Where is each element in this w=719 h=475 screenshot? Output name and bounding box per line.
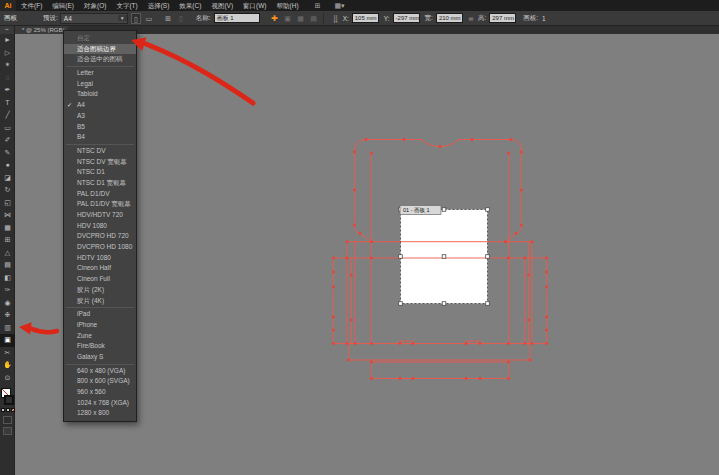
preset-option-fit-artwork-bounds[interactable]: 适合图稿边界 xyxy=(64,44,136,55)
menu-item-view[interactable]: 视图(V) xyxy=(206,0,238,11)
menu-item-file[interactable]: 文件(F) xyxy=(16,0,47,11)
selection-tool[interactable]: ► xyxy=(0,34,15,47)
preset-option-a4[interactable]: ✓A4 xyxy=(64,100,136,111)
preset-option[interactable]: NTSC D1 宽银幕 xyxy=(64,178,136,189)
height-label: 高: xyxy=(478,14,486,23)
preset-option[interactable]: NTSC D1 xyxy=(64,167,136,178)
preset-option[interactable]: iPhone xyxy=(64,320,136,331)
direct-selection-tool[interactable]: ▷ xyxy=(0,47,15,60)
chevron-down-icon[interactable]: ▼ xyxy=(118,15,127,21)
arrange-documents-icon[interactable]: ⊞ xyxy=(312,0,324,11)
symbol-sprayer-tool[interactable]: ❉ xyxy=(0,309,15,322)
artboard-option-icon-3[interactable]: ▤ xyxy=(309,13,319,24)
blend-tool[interactable]: ◉ xyxy=(0,297,15,310)
preset-option[interactable]: Cineon Half xyxy=(64,263,136,274)
preset-option[interactable]: DVCPRO HD 720 xyxy=(64,231,136,242)
rectangle-tool[interactable]: ▭ xyxy=(0,122,15,135)
paintbrush-tool[interactable]: ✐ xyxy=(0,134,15,147)
scale-tool[interactable]: ◱ xyxy=(0,197,15,210)
screen-mode-button[interactable] xyxy=(3,427,12,435)
pencil-tool[interactable]: ✎ xyxy=(0,147,15,160)
menu-item-window[interactable]: 窗口(W) xyxy=(238,0,271,11)
menu-item-object[interactable]: 对象(O) xyxy=(79,0,111,11)
preset-option[interactable]: 800 x 600 (SVGA) xyxy=(64,376,136,387)
preset-option[interactable]: 1024 x 768 (XGA) xyxy=(64,398,136,409)
preset-option[interactable]: Zune xyxy=(64,331,136,342)
preset-option[interactable]: B4 xyxy=(64,132,136,143)
menu-item-select[interactable]: 选择(S) xyxy=(143,0,175,11)
toolbar-collapse-handle[interactable]: ▪▪ xyxy=(0,26,14,34)
eraser-tool[interactable]: ◪ xyxy=(0,172,15,185)
preset-option[interactable]: 适合选中的图稿 xyxy=(64,54,136,65)
artboard-option-icon-1[interactable]: ▣ xyxy=(283,13,293,24)
menu-item-help[interactable]: 帮助(H) xyxy=(272,0,304,11)
rotate-tool[interactable]: ↻ xyxy=(0,184,15,197)
preset-option[interactable]: PAL D1/DV xyxy=(64,189,136,200)
preset-option[interactable]: HDV/HDTV 720 xyxy=(64,210,136,221)
blob-brush-tool[interactable]: ● xyxy=(0,159,15,172)
preset-option[interactable]: PAL D1/DV 宽银幕 xyxy=(64,199,136,210)
new-artboard-button[interactable]: ⊞ xyxy=(163,13,173,24)
preset-option[interactable]: Galaxy S xyxy=(64,352,136,363)
width-input[interactable]: 210 mm xyxy=(436,13,463,23)
color-button[interactable] xyxy=(1,408,5,412)
preset-option[interactable]: Tabloid xyxy=(64,89,136,100)
preset-option[interactable]: B5 xyxy=(64,122,136,133)
preset-combobox[interactable]: A4 ▼ xyxy=(60,13,128,24)
gradient-button[interactable] xyxy=(6,408,10,412)
free-transform-tool[interactable]: ▦ xyxy=(0,222,15,235)
reference-point-icon[interactable]: ⣿ xyxy=(331,13,341,24)
height-input[interactable]: 297 mm xyxy=(489,13,516,23)
stroke-swatch[interactable] xyxy=(4,395,14,405)
mesh-tool[interactable]: ▤ xyxy=(0,259,15,272)
magic-wand-tool[interactable]: ✶ xyxy=(0,59,15,72)
preset-option[interactable]: Legal xyxy=(64,79,136,90)
type-tool[interactable]: T xyxy=(0,97,15,110)
none-button[interactable] xyxy=(11,408,15,412)
preset-option[interactable]: NTSC DV 宽银幕 xyxy=(64,157,136,168)
preset-option[interactable]: 胶片 (2K) xyxy=(64,285,136,296)
width-tool[interactable]: ⋈ xyxy=(0,209,15,222)
artboard-count-label: 画板: xyxy=(523,14,538,23)
preset-option[interactable]: 胶片 (4K) xyxy=(64,296,136,307)
preset-option[interactable]: Letter xyxy=(64,68,136,79)
lasso-tool[interactable]: ◌ xyxy=(0,72,15,85)
artboard-tool[interactable]: ▣ xyxy=(0,334,15,347)
x-input[interactable]: 105 mm xyxy=(352,13,379,23)
landscape-orientation-button[interactable]: ▭ xyxy=(144,13,154,24)
move-artwork-toggle[interactable]: ✚ xyxy=(270,13,280,24)
line-tool[interactable]: ╱ xyxy=(0,109,15,122)
gradient-tool[interactable]: ◧ xyxy=(0,272,15,285)
delete-artboard-button[interactable]: ▯ xyxy=(176,13,186,24)
zoom-tool[interactable]: ⊙ xyxy=(0,372,15,385)
menu-item-edit[interactable]: 编辑(E) xyxy=(47,0,79,11)
preset-option[interactable]: NTSC DV xyxy=(64,146,136,157)
hand-tool[interactable]: ✋ xyxy=(0,359,15,372)
artboard-name-input[interactable]: 画板 1 xyxy=(214,13,260,23)
portrait-orientation-button[interactable]: ▯ xyxy=(131,13,141,24)
preset-option[interactable]: 640 x 480 (VGA) xyxy=(64,366,136,377)
preset-option[interactable]: Fire/Book xyxy=(64,341,136,352)
preset-option[interactable]: Cineon Full xyxy=(64,274,136,285)
artboard-option-icon-2[interactable]: ▦ xyxy=(296,13,306,24)
y-input[interactable]: -297 mm xyxy=(393,13,420,23)
document-tab[interactable]: * @ 25% (RGB/ xyxy=(15,26,68,34)
preset-option[interactable]: 960 x 560 xyxy=(64,387,136,398)
menu-item-effect[interactable]: 效果(C) xyxy=(174,0,206,11)
column-graph-tool[interactable]: ▥ xyxy=(0,322,15,335)
link-dimensions-icon[interactable]: ∞ xyxy=(466,13,476,24)
preset-option[interactable]: A3 xyxy=(64,111,136,122)
eyedropper-tool[interactable]: ✑ xyxy=(0,284,15,297)
pen-tool[interactable]: ✒ xyxy=(0,84,15,97)
preset-option[interactable]: HDV 1080 xyxy=(64,221,136,232)
workspace-switcher-icon[interactable]: ▦▾ xyxy=(331,0,347,11)
preset-option[interactable]: iPad xyxy=(64,309,136,320)
preset-option[interactable]: 1280 x 800 xyxy=(64,408,136,419)
menu-item-type[interactable]: 文字(T) xyxy=(111,0,142,11)
perspective-grid-tool[interactable]: △ xyxy=(0,247,15,260)
drawing-mode-button[interactable] xyxy=(3,416,12,424)
preset-option[interactable]: HDTV 1080 xyxy=(64,253,136,264)
shape-builder-tool[interactable]: ⊞ xyxy=(0,234,15,247)
preset-option[interactable]: DVCPRO HD 1080 xyxy=(64,242,136,253)
slice-tool[interactable]: ✂ xyxy=(0,347,15,360)
